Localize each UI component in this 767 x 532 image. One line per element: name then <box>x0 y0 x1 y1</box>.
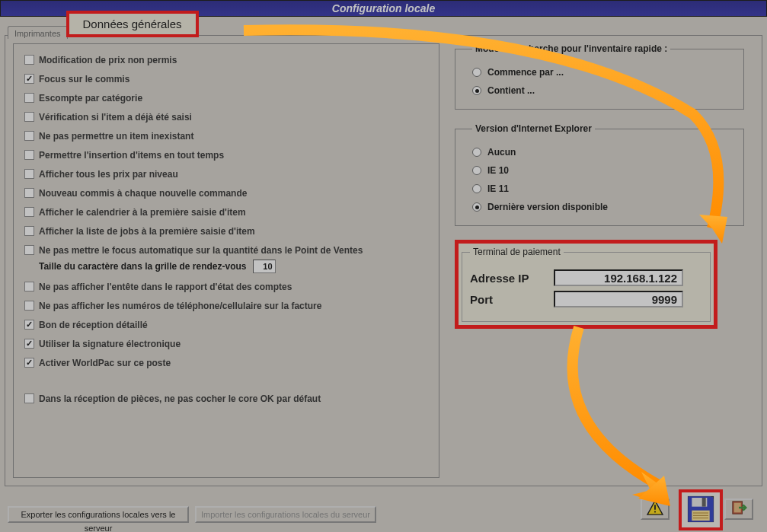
main-panel: Modification de prix non permis✓Focus su… <box>5 35 762 486</box>
radio-icon[interactable] <box>472 148 481 157</box>
checkbox-label: Dans la réception de pièces, ne pas coch… <box>39 393 321 404</box>
checkbox-label: Escompte par catégorie <box>39 93 142 104</box>
radio-label: IE 11 <box>487 183 509 194</box>
checkbox-label: Afficher tous les prix par niveau <box>39 169 178 180</box>
checkbox-label: Utiliser la signature électronique <box>39 339 181 349</box>
radio-label: Dernière version disponible <box>487 202 608 212</box>
checkbox-row[interactable]: Afficher la liste de jobs à la première … <box>24 221 433 241</box>
exit-icon <box>730 508 747 517</box>
checkbox-row[interactable]: Afficher tous les prix par niveau <box>24 164 433 183</box>
taille-caractere-row: Taille du caractère dans la grille de re… <box>24 260 433 273</box>
checkbox-label: Afficher le calendrier à la première sai… <box>39 207 246 218</box>
checkbox-icon[interactable] <box>24 131 34 141</box>
bottom-bar: Exporter les configurations locales vers… <box>5 491 762 529</box>
search-mode-legend: Mode de recherche pour l'inventaire rapi… <box>472 43 670 54</box>
checkbox-icon[interactable] <box>24 55 34 65</box>
checkbox-label: Bon de réception détaillé <box>39 320 148 330</box>
checkbox-row[interactable]: ✓Utiliser la signature électronique <box>24 334 433 353</box>
search-mode-option[interactable]: Contient ... <box>472 81 730 100</box>
import-button: Importer les configurations locales du s… <box>195 506 376 523</box>
checkbox-icon[interactable]: ✓ <box>24 320 34 330</box>
ip-label: Adresse IP <box>470 272 554 285</box>
checkbox-label: Ne pas afficher l'entête dans le rapport… <box>39 282 292 292</box>
checkbox-row[interactable]: Nouveau commis à chaque nouvelle command… <box>24 183 433 202</box>
checkbox-row[interactable]: ✓Bon de réception détaillé <box>24 315 433 334</box>
checkbox-row[interactable]: Afficher le calendrier à la première sai… <box>24 202 433 221</box>
svg-rect-6 <box>702 498 706 507</box>
checkbox-label: Ne pas permettre un item inexistant <box>39 131 193 142</box>
checkbox-label: Permettre l'insertion d'items en tout te… <box>39 150 224 161</box>
terminal-legend: Terminal de paiement <box>470 247 564 257</box>
ie-version-option[interactable]: Aucun <box>472 143 730 161</box>
right-column: Mode de recherche pour l'inventaire rapi… <box>455 43 744 329</box>
ie-version-option[interactable]: IE 11 <box>472 180 730 198</box>
options-group: Modification de prix non permis✓Focus su… <box>13 43 439 478</box>
terminal-paiement-group: Terminal de paiement Adresse IP 192.168.… <box>462 247 711 322</box>
button-label: Exporter les configurations locales vers… <box>21 510 176 532</box>
radio-label: Contient ... <box>487 85 535 96</box>
checkbox-icon[interactable] <box>24 301 34 311</box>
checkbox-icon[interactable]: ✓ <box>24 358 34 368</box>
checkbox-label: Modification de prix non permis <box>39 55 177 65</box>
button-label: Importer les configurations locales du s… <box>201 510 370 519</box>
checkbox-label: Activer WorldPac sur ce poste <box>39 358 171 368</box>
checkbox-icon[interactable] <box>24 282 34 291</box>
checkbox-label: Vérification si l'item a déjà été saisi <box>39 112 192 123</box>
ie-version-group: Version d'Internet Explorer AucunIE 10IE… <box>455 123 744 226</box>
checkbox-icon[interactable] <box>24 393 34 403</box>
checkbox-row[interactable]: Ne pas permettre un item inexistant <box>24 126 433 145</box>
search-mode-option[interactable]: Commence par ... <box>472 63 730 81</box>
warning-icon <box>647 508 663 517</box>
checkbox-icon[interactable] <box>24 226 34 236</box>
checkbox-row[interactable]: Ne pas afficher l'entête dans le rapport… <box>24 277 433 296</box>
tab-label: Imprimantes <box>14 29 61 38</box>
checkbox-label: Afficher la liste de jobs à la première … <box>39 226 255 237</box>
tab-label: Données générales <box>83 18 182 30</box>
port-label: Port <box>470 293 554 306</box>
save-button[interactable] <box>679 489 723 530</box>
checkbox-row[interactable]: Ne pas mettre le focus automatique sur l… <box>24 241 433 260</box>
radio-icon[interactable] <box>472 184 481 193</box>
checkbox-row[interactable]: Permettre l'insertion d'items en tout te… <box>24 145 433 164</box>
checkbox-label: Nouveau commis à chaque nouvelle command… <box>39 188 247 199</box>
radio-label: Aucun <box>487 147 516 158</box>
terminal-paiement-highlight: Terminal de paiement Adresse IP 192.168.… <box>455 240 717 329</box>
checkbox-icon[interactable] <box>24 150 34 160</box>
checkbox-row[interactable]: Modification de prix non permis <box>24 50 433 69</box>
taille-input[interactable]: 10 <box>253 260 276 273</box>
exit-button[interactable] <box>724 499 753 520</box>
checkbox-row[interactable]: Ne pas afficher les numéros de téléphone… <box>24 296 433 315</box>
checkbox-row[interactable]: ✓Focus sur le commis <box>24 69 433 88</box>
window-title: Configuration locale <box>332 2 435 14</box>
radio-icon[interactable] <box>472 166 481 175</box>
checkbox-icon[interactable] <box>24 245 34 255</box>
taille-label: Taille du caractère dans la grille de re… <box>39 261 247 272</box>
checkbox-row[interactable]: Vérification si l'item a déjà été saisi <box>24 107 433 126</box>
tab-imprimantes[interactable]: Imprimantes <box>8 26 68 39</box>
svg-rect-2 <box>654 511 656 513</box>
checkbox-row[interactable]: Dans la réception de pièces, ne pas coch… <box>24 389 433 408</box>
tab-donnees-generales[interactable]: Données générales <box>66 11 199 37</box>
checkbox-icon[interactable] <box>24 188 34 198</box>
warning-button[interactable] <box>641 499 670 520</box>
tab-strip: Imprimantes Données générales <box>0 17 767 37</box>
radio-icon[interactable] <box>472 68 481 77</box>
ie-version-option[interactable]: IE 10 <box>472 161 730 180</box>
radio-icon[interactable] <box>472 86 481 95</box>
checkbox-row[interactable]: ✓Activer WorldPac sur ce poste <box>24 353 433 372</box>
checkbox-label: Ne pas afficher les numéros de téléphone… <box>39 301 321 311</box>
checkbox-icon[interactable] <box>24 207 34 217</box>
checkbox-label: Ne pas mettre le focus automatique sur l… <box>39 245 363 256</box>
ip-input[interactable]: 192.168.1.122 <box>554 269 683 286</box>
port-input[interactable]: 9999 <box>554 291 683 307</box>
checkbox-row[interactable]: Escompte par catégorie <box>24 88 433 107</box>
checkbox-icon[interactable] <box>24 112 34 122</box>
checkbox-icon[interactable] <box>24 93 34 103</box>
ie-version-option[interactable]: Dernière version disponible <box>472 198 730 216</box>
checkbox-icon[interactable]: ✓ <box>24 339 34 349</box>
export-button[interactable]: Exporter les configurations locales vers… <box>8 506 189 523</box>
checkbox-icon[interactable] <box>24 169 34 179</box>
radio-icon[interactable] <box>472 202 481 212</box>
checkbox-icon[interactable]: ✓ <box>24 74 34 84</box>
ie-version-legend: Version d'Internet Explorer <box>472 123 595 134</box>
